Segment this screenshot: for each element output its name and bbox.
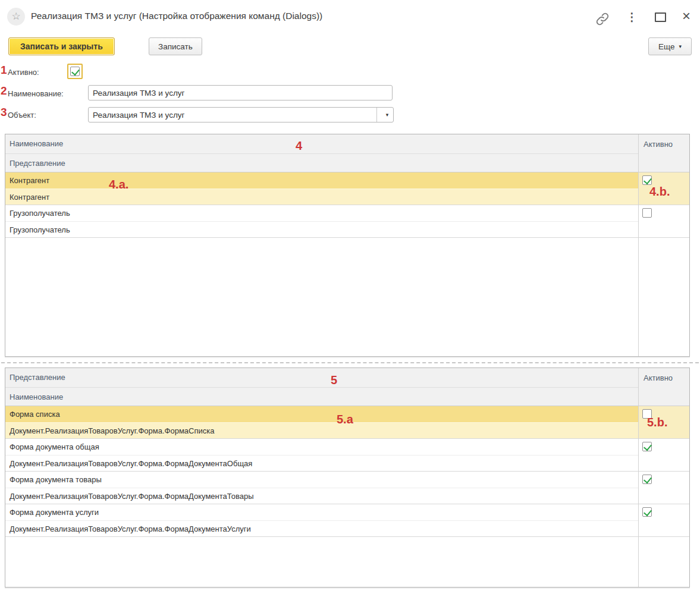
table-row[interactable]: Форма документа товары Документ.Реализац… [5, 472, 689, 504]
row-active-checkbox[interactable] [642, 507, 652, 517]
annotation-3: 3 [1, 106, 7, 119]
active-checkbox-focus-ring [67, 64, 83, 79]
row-name: Документ.РеализацияТоваровУслуг.Форма.Фо… [5, 520, 638, 536]
forms-table: Представление Наименование Активно Форма… [5, 367, 690, 588]
commands-table: Наименование Представление Активно Контр… [5, 134, 690, 357]
object-combo-dropdown-button[interactable]: ▾ [376, 108, 393, 122]
object-field-label: Объект: [8, 111, 36, 120]
row-active-checkbox[interactable] [642, 208, 652, 218]
table-row[interactable]: Форма документа общая Документ.Реализаци… [5, 439, 689, 472]
save-button[interactable]: Записать [149, 37, 202, 55]
header-name: Наименование [5, 387, 638, 406]
object-combo-field[interactable]: Реализация ТМЗ и услуг ▾ [88, 107, 394, 122]
column-divider [638, 368, 639, 587]
dialog-window: ☆ Реализация ТМЗ и услуг (Настройка отоб… [0, 0, 700, 600]
header-active: Активно [638, 368, 689, 387]
save-label: Записать [158, 42, 193, 51]
active-checkbox[interactable] [70, 67, 80, 76]
link-icon[interactable] [595, 11, 610, 27]
table-row[interactable]: Контрагент Контрагент [5, 172, 689, 205]
row-name: Документ.РеализацияТоваровУслуг.Форма.Фо… [5, 488, 638, 504]
row-representation: Форма документа услуги [5, 504, 638, 520]
forms-table-header: Представление Наименование Активно [5, 368, 689, 406]
table-row[interactable]: Форма списка Документ.РеализацияТоваровУ… [5, 406, 689, 439]
header-name: Наименование [5, 134, 638, 153]
more-button[interactable]: Еще ▾ [648, 37, 692, 55]
header-representation: Представление [5, 368, 638, 387]
object-combo-value: Реализация ТМЗ и услуг [89, 111, 376, 120]
table-empty-area [5, 238, 689, 356]
maximize-icon[interactable] [655, 12, 666, 22]
row-representation: Форма документа общая [5, 439, 638, 455]
row-representation: Форма списка [5, 406, 638, 422]
save-and-close-button[interactable]: Записать и закрыть [8, 37, 115, 55]
kebab-menu-icon[interactable]: ⋮ [626, 10, 637, 25]
chevron-down-icon: ▾ [386, 112, 389, 118]
table-row[interactable]: Грузополучатель Грузополучатель [5, 205, 689, 238]
window-title: Реализация ТМЗ и услуг (Настройка отобра… [31, 11, 322, 21]
row-name: Документ.РеализацияТоваровУслуг.Форма.Фо… [5, 422, 638, 438]
more-label: Еще [658, 42, 674, 51]
table-row[interactable]: Форма документа услуги Документ.Реализац… [5, 504, 689, 537]
row-name: Документ.РеализацияТоваровУслуг.Форма.Фо… [5, 455, 638, 471]
header-representation: Представление [5, 153, 638, 172]
favorite-star-icon[interactable]: ☆ [7, 8, 25, 26]
row-representation: Грузополучатель [5, 221, 638, 237]
column-divider [638, 134, 639, 356]
annotation-1: 1 [1, 64, 7, 77]
name-input[interactable] [88, 85, 393, 100]
active-field-label: Активно: [8, 68, 39, 77]
row-active-checkbox[interactable] [642, 175, 652, 185]
row-name: Грузополучатель [5, 205, 638, 221]
annotation-2: 2 [1, 84, 7, 98]
splitter-handle[interactable] [1, 362, 699, 363]
row-representation: Контрагент [5, 189, 638, 205]
close-icon[interactable]: × [679, 7, 694, 25]
table-empty-area [5, 537, 689, 587]
commands-table-header: Наименование Представление Активно [5, 134, 689, 172]
row-active-checkbox[interactable] [642, 475, 652, 484]
chevron-down-icon: ▾ [679, 43, 682, 49]
save-and-close-label: Записать и закрыть [20, 42, 103, 51]
row-representation: Форма документа товары [5, 472, 638, 488]
row-active-checkbox[interactable] [642, 409, 652, 419]
header-active: Активно [638, 134, 689, 153]
name-field-label: Наименование: [8, 89, 64, 98]
row-name: Контрагент [5, 172, 638, 189]
row-active-checkbox[interactable] [642, 442, 652, 451]
titlebar: ☆ Реализация ТМЗ и услуг (Настройка отоб… [0, 0, 700, 33]
